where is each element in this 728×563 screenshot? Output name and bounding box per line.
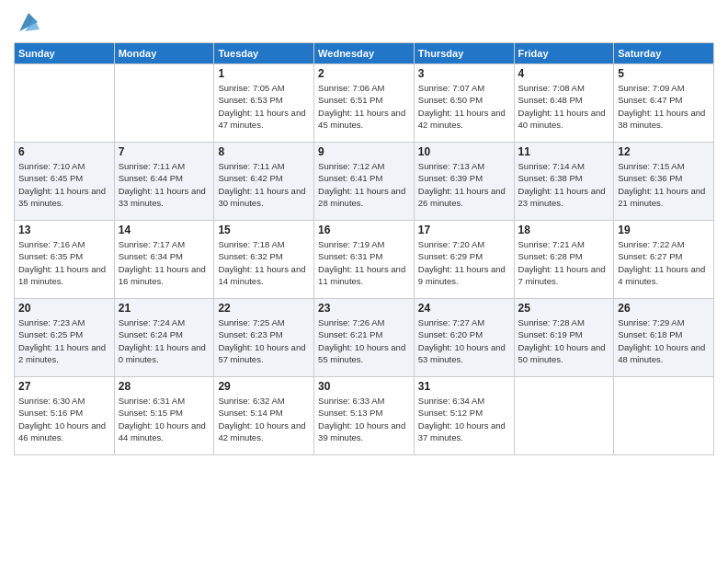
day-info: Sunrise: 7:12 AM Sunset: 6:41 PM Dayligh… [318, 160, 410, 209]
day-info: Sunrise: 7:11 AM Sunset: 6:44 PM Dayligh… [119, 160, 210, 209]
calendar-cell: 7Sunrise: 7:11 AM Sunset: 6:44 PM Daylig… [114, 143, 214, 221]
day-info: Sunrise: 7:19 AM Sunset: 6:31 PM Dayligh… [318, 238, 410, 287]
day-info: Sunrise: 7:15 AM Sunset: 6:36 PM Dayligh… [618, 160, 710, 209]
calendar-cell: 30Sunrise: 6:33 AM Sunset: 5:13 PM Dayli… [314, 377, 415, 455]
day-number: 1 [218, 67, 310, 80]
day-info: Sunrise: 7:26 AM Sunset: 6:21 PM Dayligh… [318, 316, 410, 365]
calendar-cell: 10Sunrise: 7:13 AM Sunset: 6:39 PM Dayli… [414, 143, 514, 221]
weekday-header: Thursday [414, 43, 514, 64]
day-info: Sunrise: 7:28 AM Sunset: 6:19 PM Dayligh… [518, 316, 610, 365]
calendar-cell: 19Sunrise: 7:22 AM Sunset: 6:27 PM Dayli… [614, 221, 714, 299]
day-info: Sunrise: 6:32 AM Sunset: 5:14 PM Dayligh… [218, 395, 310, 443]
day-number: 2 [318, 67, 410, 80]
calendar-cell: 4Sunrise: 7:08 AM Sunset: 6:48 PM Daylig… [514, 64, 614, 143]
day-number: 15 [218, 224, 310, 236]
day-info: Sunrise: 6:30 AM Sunset: 5:16 PM Dayligh… [18, 395, 110, 443]
logo-icon [16, 9, 41, 35]
day-number: 26 [618, 302, 710, 315]
calendar-cell: 20Sunrise: 7:23 AM Sunset: 6:25 PM Dayli… [15, 299, 115, 377]
day-info: Sunrise: 7:05 AM Sunset: 6:53 PM Dayligh… [218, 82, 310, 131]
calendar-cell: 17Sunrise: 7:20 AM Sunset: 6:29 PM Dayli… [414, 221, 514, 299]
calendar-cell: 13Sunrise: 7:16 AM Sunset: 6:35 PM Dayli… [15, 221, 115, 299]
day-info: Sunrise: 7:29 AM Sunset: 6:18 PM Dayligh… [618, 316, 710, 365]
day-info: Sunrise: 7:18 AM Sunset: 6:32 PM Dayligh… [218, 238, 310, 287]
calendar-cell [614, 377, 714, 455]
day-number: 22 [218, 302, 310, 315]
weekday-header: Saturday [614, 43, 714, 64]
weekday-header: Monday [114, 43, 214, 64]
calendar-cell: 15Sunrise: 7:18 AM Sunset: 6:32 PM Dayli… [214, 221, 314, 299]
day-number: 31 [418, 380, 510, 393]
calendar-cell [514, 377, 614, 455]
day-info: Sunrise: 7:25 AM Sunset: 6:23 PM Dayligh… [218, 316, 310, 365]
page-container: SundayMondayTuesdayWednesdayThursdayFrid… [0, 0, 728, 465]
day-info: Sunrise: 7:06 AM Sunset: 6:51 PM Dayligh… [318, 82, 410, 131]
calendar-cell: 22Sunrise: 7:25 AM Sunset: 6:23 PM Dayli… [214, 299, 314, 377]
calendar-cell: 6Sunrise: 7:10 AM Sunset: 6:45 PM Daylig… [15, 143, 115, 221]
day-info: Sunrise: 7:20 AM Sunset: 6:29 PM Dayligh… [418, 238, 510, 287]
calendar-cell: 9Sunrise: 7:12 AM Sunset: 6:41 PM Daylig… [314, 143, 415, 221]
day-info: Sunrise: 7:11 AM Sunset: 6:42 PM Dayligh… [218, 160, 310, 209]
calendar-cell: 26Sunrise: 7:29 AM Sunset: 6:18 PM Dayli… [614, 299, 714, 377]
calendar-cell: 1Sunrise: 7:05 AM Sunset: 6:53 PM Daylig… [214, 64, 314, 143]
weekday-header: Friday [514, 43, 614, 64]
day-number: 9 [318, 145, 410, 158]
day-number: 4 [518, 67, 610, 80]
day-info: Sunrise: 7:10 AM Sunset: 6:45 PM Dayligh… [18, 160, 110, 209]
day-number: 13 [18, 224, 110, 236]
day-number: 17 [418, 224, 510, 236]
calendar-cell: 23Sunrise: 7:26 AM Sunset: 6:21 PM Dayli… [314, 299, 415, 377]
calendar-cell: 29Sunrise: 6:32 AM Sunset: 5:14 PM Dayli… [214, 377, 314, 455]
calendar-cell: 2Sunrise: 7:06 AM Sunset: 6:51 PM Daylig… [314, 64, 415, 143]
calendar-cell: 14Sunrise: 7:17 AM Sunset: 6:34 PM Dayli… [114, 221, 214, 299]
day-info: Sunrise: 7:09 AM Sunset: 6:47 PM Dayligh… [618, 82, 710, 131]
day-number: 19 [618, 224, 710, 236]
calendar-cell: 5Sunrise: 7:09 AM Sunset: 6:47 PM Daylig… [614, 64, 714, 143]
calendar-cell: 25Sunrise: 7:28 AM Sunset: 6:19 PM Dayli… [514, 299, 614, 377]
day-info: Sunrise: 7:16 AM Sunset: 6:35 PM Dayligh… [18, 238, 110, 287]
day-info: Sunrise: 6:33 AM Sunset: 5:13 PM Dayligh… [318, 395, 410, 443]
day-number: 18 [518, 224, 610, 236]
calendar-cell: 21Sunrise: 7:24 AM Sunset: 6:24 PM Dayli… [114, 299, 214, 377]
calendar-cell: 28Sunrise: 6:31 AM Sunset: 5:15 PM Dayli… [114, 377, 214, 455]
header [14, 9, 714, 35]
day-number: 3 [418, 67, 510, 80]
calendar-cell [15, 64, 115, 143]
day-info: Sunrise: 7:21 AM Sunset: 6:28 PM Dayligh… [518, 238, 610, 287]
calendar-cell: 31Sunrise: 6:34 AM Sunset: 5:12 PM Dayli… [414, 377, 514, 455]
day-info: Sunrise: 7:23 AM Sunset: 6:25 PM Dayligh… [18, 316, 110, 365]
day-info: Sunrise: 7:22 AM Sunset: 6:27 PM Dayligh… [618, 238, 710, 287]
calendar-cell [114, 64, 214, 143]
day-number: 11 [518, 145, 610, 158]
day-number: 8 [218, 145, 310, 158]
day-info: Sunrise: 7:14 AM Sunset: 6:38 PM Dayligh… [518, 160, 610, 209]
day-number: 6 [18, 145, 110, 158]
day-number: 29 [218, 380, 310, 393]
calendar-cell: 8Sunrise: 7:11 AM Sunset: 6:42 PM Daylig… [214, 143, 314, 221]
day-number: 7 [119, 145, 210, 158]
day-number: 20 [18, 302, 110, 315]
calendar-cell: 12Sunrise: 7:15 AM Sunset: 6:36 PM Dayli… [614, 143, 714, 221]
day-number: 21 [119, 302, 210, 315]
day-number: 16 [318, 224, 410, 236]
day-info: Sunrise: 7:27 AM Sunset: 6:20 PM Dayligh… [418, 316, 510, 365]
day-number: 10 [418, 145, 510, 158]
day-number: 12 [618, 145, 710, 158]
weekday-header: Sunday [15, 43, 115, 64]
day-number: 25 [518, 302, 610, 315]
calendar-cell: 3Sunrise: 7:07 AM Sunset: 6:50 PM Daylig… [414, 64, 514, 143]
calendar-table: SundayMondayTuesdayWednesdayThursdayFrid… [14, 42, 714, 455]
day-number: 23 [318, 302, 410, 315]
day-info: Sunrise: 7:17 AM Sunset: 6:34 PM Dayligh… [119, 238, 210, 287]
calendar-cell: 11Sunrise: 7:14 AM Sunset: 6:38 PM Dayli… [514, 143, 614, 221]
day-info: Sunrise: 6:31 AM Sunset: 5:15 PM Dayligh… [119, 395, 210, 443]
weekday-header: Tuesday [214, 43, 314, 64]
day-number: 24 [418, 302, 510, 315]
calendar-header: SundayMondayTuesdayWednesdayThursdayFrid… [15, 43, 714, 64]
day-info: Sunrise: 6:34 AM Sunset: 5:12 PM Dayligh… [418, 395, 510, 443]
calendar-cell: 18Sunrise: 7:21 AM Sunset: 6:28 PM Dayli… [514, 221, 614, 299]
day-number: 14 [119, 224, 210, 236]
calendar-cell: 24Sunrise: 7:27 AM Sunset: 6:20 PM Dayli… [414, 299, 514, 377]
day-number: 5 [618, 67, 710, 80]
day-number: 30 [318, 380, 410, 393]
